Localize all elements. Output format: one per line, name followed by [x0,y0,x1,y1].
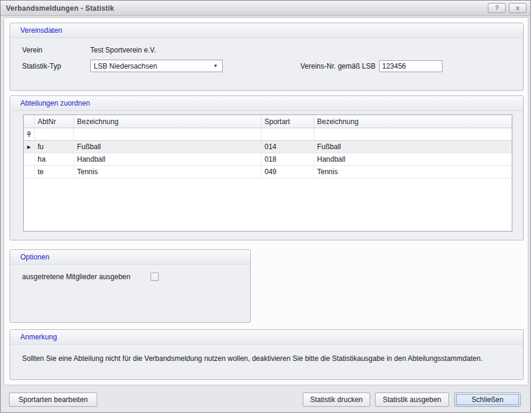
group-vereinsdaten: Vereinsdaten Verein Test Sportverein e.V… [10,23,524,91]
group-vereinsdaten-body: Verein Test Sportverein e.V. Statistik-T… [10,38,523,89]
filter-cell-abtnr[interactable] [35,128,74,141]
cell-sportart[interactable]: 014 [262,141,314,153]
title-bar-buttons: ? x [488,3,527,13]
group-optionen: Optionen ausgetretene Mitglieder ausgebe… [10,249,251,323]
close-button[interactable]: x [509,3,527,13]
statistik-typ-selected-value: LSB Niedersachsen [94,62,157,70]
filter-cell-bezeichnung-2[interactable] [314,128,512,141]
row-indicator-cell[interactable] [24,166,35,178]
column-header-bezeichnung[interactable]: Bezeichnung [74,115,262,128]
anmerkung-text: Sollten Sie eine Abteilung nicht für die… [22,354,482,363]
chevron-down-icon[interactable]: ▼ [213,63,222,69]
group-abteilungen-title: Abteilungen zuordnen [10,96,523,111]
window-title: Verbandsmeldungen - Statistik [6,4,114,13]
statistik-ausgeben-button[interactable]: Statistik ausgeben [375,393,449,407]
grid-header-indicator-cell [24,115,35,128]
table-row[interactable]: haHandball018Handball [24,153,512,166]
title-bar[interactable]: Verbandsmeldungen - Statistik ? x [1,1,530,16]
group-abteilungen: Abteilungen zuordnen AbtNr Bezeichnung S… [10,95,524,240]
cell-sportart-bezeichnung[interactable]: Handball [314,153,512,166]
filter-cell-bezeichnung[interactable] [74,128,262,141]
column-header-sportart[interactable]: Sportart [262,115,314,128]
grid-header-row: AbtNr Bezeichnung Sportart Bezeichnung [24,115,512,128]
grid-filter-row [24,128,512,141]
filter-cell-sportart[interactable] [262,128,314,141]
vereins-nr-input[interactable] [379,60,442,72]
statistik-drucken-button[interactable]: Statistik drucken [303,393,370,407]
schliessen-button[interactable]: Schließen [454,393,521,407]
column-header-bezeichnung-2[interactable]: Bezeichnung [314,115,512,128]
verein-label: Verein [22,46,42,54]
cell-bezeichnung[interactable]: Handball [74,153,262,166]
cell-bezeichnung[interactable]: Fußball [74,141,262,153]
cell-abtnr[interactable]: fu [35,141,74,153]
sportarten-bearbeiten-button[interactable]: Sportarten bearbeiten [9,393,97,407]
ausgetretene-checkbox[interactable] [150,273,159,281]
row-indicator-cell[interactable] [24,153,35,166]
cell-sportart[interactable]: 049 [262,166,314,178]
group-optionen-title: Optionen [10,250,250,265]
dialog-window: Verbandsmeldungen - Statistik ? x Verein… [0,0,531,413]
ausgetretene-checkbox-label: ausgetretene Mitglieder ausgeben [22,273,130,281]
cell-abtnr[interactable]: ha [35,153,74,166]
group-abteilungen-body: AbtNr Bezeichnung Sportart Bezeichnung [10,111,523,239]
abteilungen-grid: AbtNr Bezeichnung Sportart Bezeichnung [23,115,512,231]
table-row[interactable]: ▶fuFußball014Fußball [24,141,512,153]
column-header-abtnr[interactable]: AbtNr [35,115,74,128]
group-optionen-body: ausgetretene Mitglieder ausgeben [10,265,250,322]
verein-value: Test Sportverein e.V. [90,46,156,54]
help-button[interactable]: ? [488,3,506,13]
cell-sportart-bezeichnung[interactable]: Fußball [314,141,512,153]
vereins-nr-label: Vereins-Nr. gemäß LSB [300,62,376,70]
cell-sportart-bezeichnung[interactable]: Tennis [314,166,512,178]
statistik-typ-label: Statistik-Typ [22,62,61,70]
cell-bezeichnung[interactable]: Tennis [74,166,262,178]
group-anmerkung-body: Sollten Sie eine Abteilung nicht für die… [10,345,523,379]
statistik-typ-select[interactable]: LSB Niedersachsen ▼ [90,60,223,72]
filter-pin-icon [24,128,35,141]
group-vereinsdaten-title: Vereinsdaten [10,23,523,38]
row-indicator-icon[interactable]: ▶ [24,141,35,153]
dialog-content: Vereinsdaten Verein Test Sportverein e.V… [4,17,528,385]
grid-rows: ▶fuFußball014FußballhaHandball018Handbal… [24,141,512,178]
group-anmerkung-title: Anmerkung [10,330,523,345]
cell-abtnr[interactable]: te [35,166,74,178]
cell-sportart[interactable]: 018 [262,153,314,166]
table-row[interactable]: teTennis049Tennis [24,166,512,178]
group-anmerkung: Anmerkung Sollten Sie eine Abteilung nic… [10,329,524,380]
